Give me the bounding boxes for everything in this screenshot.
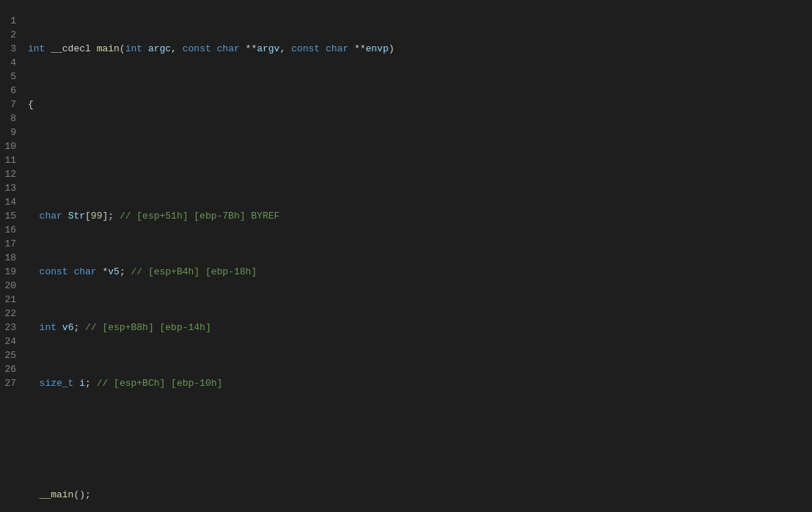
line-num-19: 19 bbox=[3, 265, 16, 279]
code-line-8: __main(); bbox=[28, 488, 812, 502]
line-num-23: 23 bbox=[3, 321, 16, 334]
line-numbers: 1 2 3 4 5 6 7 8 9 10 11 12 13 14 15 16 1… bbox=[0, 0, 22, 512]
line-num-9: 9 bbox=[3, 125, 16, 139]
line-num-20: 20 bbox=[3, 279, 16, 293]
line-num-22: 22 bbox=[3, 307, 16, 321]
line-num-5: 5 bbox=[3, 70, 16, 84]
line-num-26: 26 bbox=[3, 362, 16, 376]
line-num-8: 8 bbox=[3, 111, 16, 125]
line-num-18: 18 bbox=[3, 251, 16, 265]
code-line-3: char Str[99]; // [esp+51h] [ebp-7Bh] BYR… bbox=[28, 209, 812, 223]
line-num-10: 10 bbox=[3, 139, 16, 153]
line-num-11: 11 bbox=[3, 153, 16, 167]
line-num-15: 15 bbox=[3, 209, 16, 223]
line-num-13: 13 bbox=[3, 181, 16, 195]
line-num-2: 2 bbox=[3, 28, 16, 42]
line-num-27: 27 bbox=[3, 376, 16, 390]
code-editor: 1 2 3 4 5 6 7 8 9 10 11 12 13 14 15 16 1… bbox=[0, 0, 812, 512]
line-num-17: 17 bbox=[3, 237, 16, 251]
code-line-4: const char *v5; // [esp+B4h] [ebp-18h] bbox=[28, 265, 812, 279]
line-num-header bbox=[3, 0, 16, 14]
code-line-5: int v6; // [esp+B8h] [ebp-14h] bbox=[28, 321, 812, 334]
code-line-7 bbox=[28, 432, 812, 446]
line-num-4: 4 bbox=[3, 56, 16, 70]
line-num-12: 12 bbox=[3, 167, 16, 181]
line-num-14: 14 bbox=[3, 195, 16, 209]
line-num-1: 1 bbox=[3, 14, 16, 28]
code-line-0: int __cdecl main(int argc, const char **… bbox=[28, 42, 812, 56]
code-body: int __cdecl main(int argc, const char **… bbox=[22, 0, 812, 512]
line-num-24: 24 bbox=[3, 334, 16, 348]
code-line-2 bbox=[28, 153, 812, 167]
line-num-21: 21 bbox=[3, 293, 16, 307]
line-num-3: 3 bbox=[3, 42, 16, 56]
line-num-16: 16 bbox=[3, 223, 16, 237]
line-num-7: 7 bbox=[3, 98, 16, 111]
code-line-1: { bbox=[28, 98, 812, 111]
line-num-25: 25 bbox=[3, 348, 16, 362]
code-line-6: size_t i; // [esp+BCh] [ebp-10h] bbox=[28, 376, 812, 390]
line-num-6: 6 bbox=[3, 84, 16, 98]
